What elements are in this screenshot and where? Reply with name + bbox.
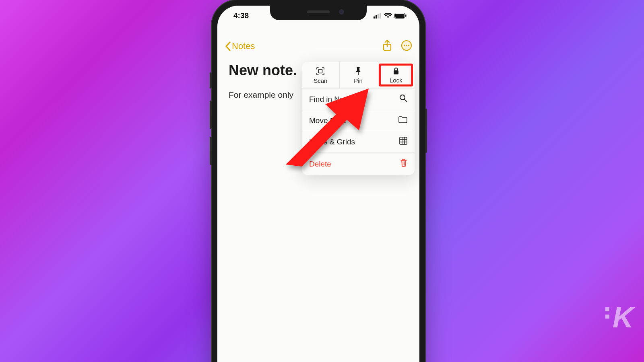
- menu-delete-button[interactable]: Delete: [302, 153, 415, 175]
- menu-lines-button[interactable]: Lines & Grids: [302, 131, 415, 153]
- svg-rect-13: [358, 72, 359, 75]
- back-label: Notes: [232, 41, 255, 51]
- menu-pin-button[interactable]: Pin: [340, 62, 378, 88]
- svg-rect-5: [395, 14, 404, 18]
- search-icon: [399, 94, 407, 104]
- watermark-letter: K: [613, 301, 634, 334]
- svg-rect-12: [319, 70, 322, 73]
- grid-icon: [399, 137, 407, 147]
- svg-point-15: [400, 95, 405, 100]
- phone-power-button: [425, 109, 427, 153]
- share-icon: [382, 39, 392, 51]
- trash-icon: [400, 158, 407, 169]
- more-button[interactable]: [401, 40, 412, 53]
- svg-rect-3: [380, 13, 381, 19]
- menu-find-button[interactable]: Find in Note: [302, 88, 415, 110]
- lock-highlight-box: [379, 64, 413, 86]
- share-button[interactable]: [382, 39, 392, 53]
- phone-frame: 4:38 Notes New note. For exampl: [212, 0, 425, 362]
- cellular-icon: [374, 13, 382, 19]
- menu-pin-label: Pin: [354, 77, 363, 84]
- folder-icon: [398, 116, 407, 125]
- watermark-dots-icon: [598, 307, 609, 319]
- phone-volume-down: [210, 137, 212, 165]
- svg-rect-6: [405, 14, 407, 17]
- menu-lines-label: Lines & Grids: [309, 138, 355, 146]
- phone-notch: [270, 6, 367, 20]
- note-body[interactable]: For example only: [229, 90, 293, 100]
- wifi-icon: [384, 13, 392, 19]
- svg-point-10: [406, 45, 407, 46]
- menu-move-button[interactable]: Move Note: [302, 110, 415, 131]
- phone-screen: 4:38 Notes New note. For exampl: [217, 6, 419, 362]
- svg-rect-1: [376, 15, 377, 19]
- svg-rect-0: [374, 16, 375, 19]
- menu-move-label: Move Note: [309, 116, 346, 125]
- svg-rect-2: [378, 14, 379, 19]
- ellipsis-circle-icon: [401, 40, 412, 51]
- status-time: 4:38: [233, 11, 249, 20]
- svg-rect-16: [400, 137, 407, 144]
- back-button[interactable]: Notes: [225, 41, 255, 51]
- status-icons: [374, 13, 407, 19]
- context-menu: Scan Pin Lock Find in Note Mo: [302, 62, 415, 175]
- menu-find-label: Find in Note: [309, 95, 350, 104]
- chevron-left-icon: [225, 41, 231, 51]
- menu-scan-button[interactable]: Scan: [302, 62, 340, 88]
- svg-point-9: [404, 45, 405, 46]
- watermark: K: [598, 301, 634, 334]
- battery-icon: [394, 13, 407, 19]
- pin-icon: [355, 67, 361, 76]
- phone-volume-up: [210, 101, 212, 129]
- menu-delete-label: Delete: [309, 160, 331, 169]
- note-title[interactable]: New note.: [229, 62, 297, 79]
- menu-lock-button[interactable]: Lock: [377, 62, 415, 88]
- menu-scan-label: Scan: [314, 77, 327, 84]
- scan-icon: [316, 67, 325, 76]
- svg-point-11: [408, 45, 409, 46]
- phone-mute-switch: [210, 72, 212, 88]
- nav-bar: Notes: [217, 35, 419, 58]
